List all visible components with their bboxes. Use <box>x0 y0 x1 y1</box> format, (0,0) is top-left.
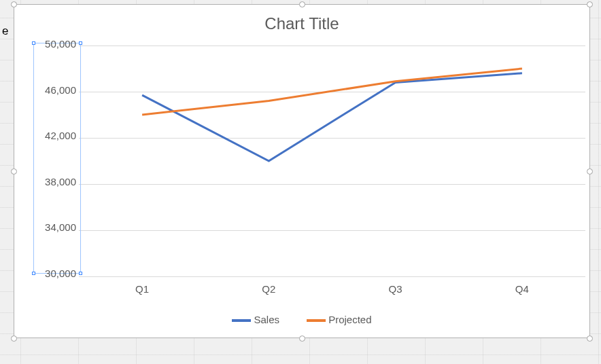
resize-handle[interactable] <box>299 335 305 342</box>
resize-handle[interactable] <box>587 335 593 342</box>
axis-handle[interactable] <box>32 272 35 275</box>
legend-label: Projected <box>328 314 371 325</box>
legend[interactable]: Sales Projected <box>14 314 589 325</box>
gridline <box>79 276 585 277</box>
resize-handle[interactable] <box>11 1 17 7</box>
cell-fragment: e <box>2 24 8 38</box>
plot-area[interactable]: Q1 Q2 Q3 Q4 <box>79 46 585 276</box>
series-line-sales[interactable] <box>142 73 522 161</box>
chart-object[interactable]: Chart Title 50,000 46,000 42,000 38,000 … <box>14 4 590 338</box>
legend-swatch <box>307 319 326 322</box>
legend-label: Sales <box>254 314 279 325</box>
y-tick-label: 42,000 <box>45 130 76 141</box>
axis-handle[interactable] <box>32 41 35 45</box>
y-tick-label: 50,000 <box>45 38 76 50</box>
x-tick-label: Q3 <box>389 283 402 295</box>
y-axis-selection[interactable]: 50,000 46,000 42,000 38,000 34,000 30,00… <box>33 43 81 274</box>
x-tick-label: Q4 <box>515 283 529 295</box>
chart-series-svg <box>79 46 585 276</box>
legend-item-sales[interactable]: Sales <box>232 314 279 325</box>
y-tick-label: 38,000 <box>45 175 76 187</box>
resize-handle[interactable] <box>299 1 305 7</box>
resize-handle[interactable] <box>587 1 593 7</box>
x-tick-label: Q2 <box>262 283 275 295</box>
x-tick-label: Q1 <box>135 283 149 295</box>
resize-handle[interactable] <box>587 168 593 175</box>
resize-handle[interactable] <box>11 168 17 175</box>
y-tick-label: 46,000 <box>45 84 76 95</box>
axis-handle[interactable] <box>79 272 82 275</box>
resize-handle[interactable] <box>11 335 17 342</box>
series-line-projected[interactable] <box>142 69 522 115</box>
y-tick-label: 34,000 <box>45 221 76 233</box>
legend-swatch <box>232 319 251 322</box>
chart-title[interactable]: Chart Title <box>14 5 589 33</box>
axis-handle[interactable] <box>79 41 82 45</box>
legend-item-projected[interactable]: Projected <box>307 314 371 325</box>
y-tick-label: 30,000 <box>45 268 76 279</box>
